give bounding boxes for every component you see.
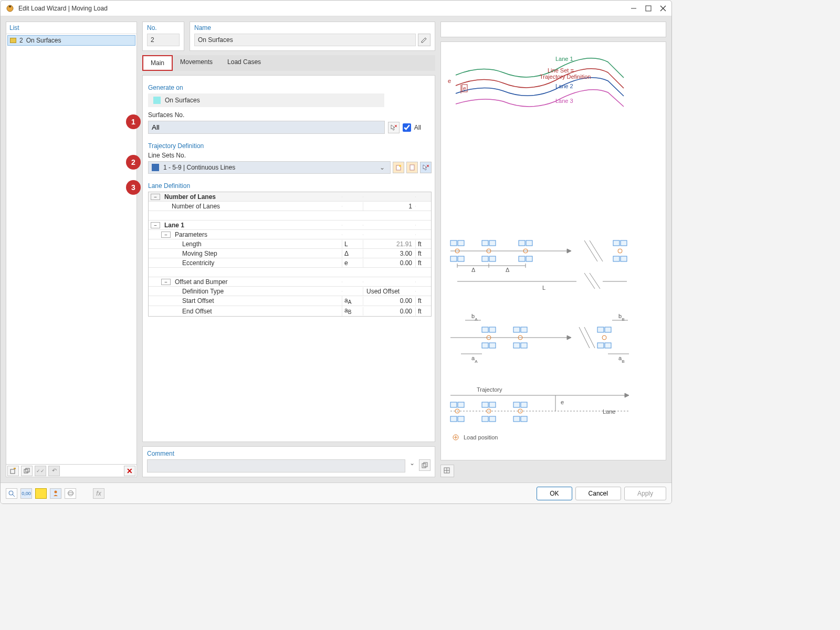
svg-rect-106 xyxy=(489,416,496,422)
row-deftype-label: Definition Type xyxy=(180,287,342,296)
copy-comment-button[interactable] xyxy=(419,459,430,471)
row-startoff-val[interactable]: 0.00 xyxy=(363,297,415,305)
row-length-val[interactable]: 21.91 xyxy=(363,240,415,248)
check-button[interactable]: ✓✓ xyxy=(35,466,46,476)
row-parameters: Parameters xyxy=(173,230,342,239)
row-startoff-sym: aA xyxy=(342,296,363,306)
footer: 0,00 fx OK Cancel Apply xyxy=(1,482,671,503)
apply-button[interactable]: Apply xyxy=(624,487,666,500)
pencil-icon xyxy=(421,36,428,44)
footer-tool-globe[interactable] xyxy=(65,488,76,499)
row-length-unit: ft xyxy=(415,240,431,248)
svg-point-123 xyxy=(68,491,73,496)
row-ecc-val[interactable]: 0.00 xyxy=(363,259,415,267)
list-item[interactable]: 2 On Surfaces xyxy=(7,35,135,46)
window: Edit Load Wizard | Moving Load List 2 On… xyxy=(0,0,672,504)
no-label: No. xyxy=(147,24,180,32)
edit-name-button[interactable] xyxy=(418,34,430,46)
row-num-lanes-val[interactable]: 1 xyxy=(363,202,415,211)
comment-input[interactable] xyxy=(147,459,405,472)
no-value[interactable]: 2 xyxy=(147,34,180,46)
right-panel: e e Lane 1 Line Set = Trajectory Definit… xyxy=(440,22,666,477)
svg-rect-99 xyxy=(482,402,488,407)
footer-tool-person[interactable] xyxy=(50,488,61,499)
svg-rect-35 xyxy=(526,240,532,246)
svg-rect-31 xyxy=(458,240,464,246)
row-length-sym: L xyxy=(342,240,363,248)
cancel-button[interactable]: Cancel xyxy=(575,487,621,500)
svg-rect-6 xyxy=(10,469,15,474)
load-schematic-diagram: Δ Δ L bA bB xyxy=(445,235,645,456)
name-value[interactable]: On Surfaces xyxy=(194,34,416,46)
lanes-trajectory-diagram: e e Lane 1 Line Set = Trajectory Definit… xyxy=(445,46,634,141)
row-endoff-unit: ft xyxy=(415,307,431,316)
tree-toggle[interactable]: − xyxy=(161,232,171,238)
row-step-val[interactable]: 3.00 xyxy=(363,249,415,258)
svg-point-120 xyxy=(9,491,13,495)
chevron-down-icon[interactable]: ⌄ xyxy=(407,459,417,472)
new-icon xyxy=(395,164,402,171)
tab-main[interactable]: Main xyxy=(142,55,173,71)
footer-tool-1[interactable] xyxy=(6,488,17,499)
tree-toggle[interactable]: − xyxy=(151,194,160,200)
svg-rect-45 xyxy=(621,256,627,261)
svg-rect-72 xyxy=(513,327,520,332)
svg-rect-33 xyxy=(489,240,496,246)
all-surfaces-checkbox[interactable] xyxy=(403,123,411,132)
svg-rect-102 xyxy=(521,402,527,407)
new-item-button[interactable] xyxy=(7,466,19,476)
ok-button[interactable]: OK xyxy=(537,487,572,500)
footer-tool-color[interactable] xyxy=(35,488,47,499)
linesets-select[interactable]: 1 - 5-9 | Continuous Lines ⌄ xyxy=(148,161,391,174)
row-endoff-val[interactable]: 0.00 xyxy=(363,307,415,316)
tab-movements[interactable]: Movements xyxy=(173,55,220,71)
svg-text:L: L xyxy=(542,285,545,291)
svg-text:e: e xyxy=(448,78,451,84)
duplicate-button[interactable] xyxy=(21,466,33,476)
delete-icon: ✕ xyxy=(127,467,133,475)
svg-rect-101 xyxy=(513,402,520,407)
row-ecc-sym: e xyxy=(342,259,363,267)
tab-load-cases[interactable]: Load Cases xyxy=(220,55,268,71)
svg-rect-75 xyxy=(489,343,496,348)
svg-text:Line Set =: Line Set = xyxy=(548,67,574,74)
svg-rect-78 xyxy=(597,327,604,332)
row-length-label: Length xyxy=(180,240,342,248)
close-button[interactable] xyxy=(660,5,666,12)
svg-rect-43 xyxy=(621,240,627,246)
svg-rect-71 xyxy=(489,327,496,332)
tree-toggle[interactable]: − xyxy=(151,222,160,228)
svg-rect-70 xyxy=(482,327,488,332)
edit-lineset-button[interactable] xyxy=(406,162,418,173)
svg-line-121 xyxy=(13,495,15,497)
cursor-delete-icon xyxy=(423,164,429,171)
list-body: 2 On Surfaces xyxy=(6,34,136,464)
view-settings-button[interactable] xyxy=(440,465,454,477)
pick-lineset-button[interactable] xyxy=(420,162,432,173)
new-lineset-button[interactable] xyxy=(393,162,404,173)
surfaces-no-input[interactable] xyxy=(148,121,385,134)
row-startoff-label: Start Offset xyxy=(180,297,342,305)
svg-line-61 xyxy=(584,273,595,289)
tabs-container: Main Movements Load Cases xyxy=(142,55,435,71)
app-icon xyxy=(6,4,14,13)
minimize-button[interactable] xyxy=(631,5,637,12)
name-label: Name xyxy=(194,24,430,32)
svg-rect-3 xyxy=(646,6,651,11)
maximize-button[interactable] xyxy=(645,5,652,12)
tree-toggle[interactable]: − xyxy=(161,279,171,285)
delete-button[interactable]: ✕ xyxy=(124,466,135,476)
undo-button[interactable]: ↶ xyxy=(48,466,60,476)
svg-text:Lane 2: Lane 2 xyxy=(555,83,573,89)
row-step-label: Moving Step xyxy=(180,249,342,258)
footer-tool-units[interactable]: 0,00 xyxy=(20,488,32,499)
svg-text:Load position: Load position xyxy=(464,434,498,440)
svg-rect-36 xyxy=(450,256,457,261)
row-ecc-label: Eccentricity xyxy=(180,259,342,267)
svg-point-49 xyxy=(618,249,622,253)
pick-surfaces-button[interactable] xyxy=(388,122,400,133)
row-deftype-val[interactable]: Used Offset xyxy=(363,287,415,296)
grid-gear-icon xyxy=(444,467,451,475)
footer-tool-fx[interactable]: fx xyxy=(93,488,104,499)
row-step-unit: ft xyxy=(415,249,431,258)
